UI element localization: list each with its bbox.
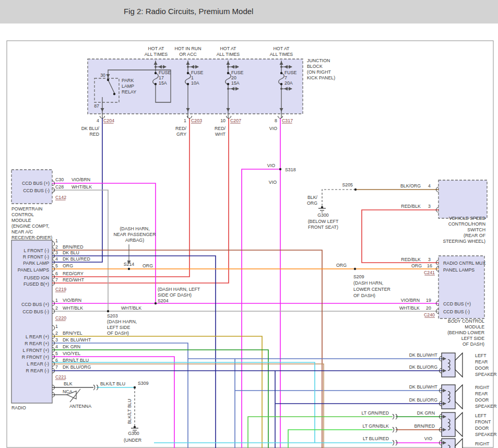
connector-lf-plus-icon: [393, 414, 394, 419]
label: BRN/YEL: [63, 331, 82, 336]
label: 17: [159, 75, 164, 80]
label: FRONT SEAT): [308, 225, 338, 230]
label: RED/BLK: [401, 257, 421, 262]
label: BLK/LT BLU: [127, 399, 132, 424]
label: WHT/BLK: [121, 305, 141, 311]
right-rear-door-speaker-cone-icon: [455, 385, 463, 409]
label: S204: [158, 298, 169, 303]
label: (REAR OF: [464, 233, 486, 238]
label: RADIO CNTRL MUX: [443, 261, 485, 266]
label: DK BLU/WHT: [409, 352, 438, 358]
label: (ON RIGHT: [307, 69, 331, 75]
label: C241: [424, 270, 435, 275]
wire-red-blk: [362, 210, 438, 263]
label: C204: [103, 118, 114, 123]
label: FUSE: [231, 70, 244, 75]
label: RED/: [215, 126, 226, 131]
wire-wht-blk-pcm: [52, 190, 108, 311]
label: BLOCK: [307, 64, 323, 69]
label: 1: [184, 118, 186, 123]
label: DK BLU/ORG: [63, 364, 91, 370]
left-rear-door-speaker-cone-icon: [455, 353, 463, 377]
label: (DASH HARN,: [120, 226, 149, 231]
label: BLK: [64, 381, 73, 386]
left-front-door-speaker-cone-icon: [455, 412, 463, 437]
label: LT GRN/RED: [362, 410, 389, 416]
label: NEAR PASSENGER: [114, 232, 156, 237]
label: S318: [285, 167, 296, 172]
label: 2: [55, 244, 58, 250]
label: 3: [55, 250, 58, 255]
label: 1: [55, 324, 58, 329]
splice-dot: [107, 79, 109, 81]
label: WHT/BLK: [399, 305, 420, 311]
label: 15A: [231, 80, 240, 86]
label: HOT AT: [220, 46, 237, 51]
label: 7: [284, 75, 287, 80]
splice-dot: [280, 83, 282, 85]
label: DK BLU/RED: [63, 256, 90, 262]
wire-brn-yel: [52, 336, 262, 448]
label: HOT AT: [148, 46, 165, 51]
label: SWITCH: [467, 227, 485, 232]
label: CCD BUS (+): [443, 301, 471, 306]
label: BRN/LT BLU: [63, 358, 89, 363]
label: L FRONT (+): [22, 348, 49, 353]
label: C219: [55, 287, 66, 292]
label: VIO: [424, 436, 432, 441]
label: (BEHIND LOWER: [447, 330, 484, 335]
label: R REAR (+): [25, 341, 49, 346]
label: L FRONT (-): [24, 248, 49, 253]
label: C207: [230, 118, 241, 123]
label: 16: [427, 263, 432, 268]
label: RIGHT: [475, 385, 490, 390]
label: 8: [275, 118, 277, 123]
label: ORG: [411, 263, 422, 268]
label: 10: [220, 118, 226, 123]
powertrain-control-module: [11, 170, 52, 204]
label: DK BLU: [63, 250, 79, 255]
label: 2: [55, 305, 58, 311]
label: 4: [55, 256, 58, 262]
label: GRY: [176, 132, 186, 137]
label: 2: [55, 331, 58, 336]
label: 7: [55, 364, 58, 370]
label: DK BLU/ORG: [409, 364, 437, 370]
label: FUSED B(+): [23, 281, 49, 287]
label: 3: [428, 204, 431, 209]
label: L REAR (+): [26, 334, 49, 339]
wire-vio-brn-pcm: [52, 183, 156, 303]
label: (DASH HARN,: [107, 319, 137, 324]
label: 1: [55, 238, 58, 243]
label: RED/WHT: [63, 277, 85, 282]
label: C142: [55, 195, 66, 200]
label: LEFT: [475, 353, 487, 358]
label: 5: [55, 351, 58, 356]
label: 5: [55, 263, 58, 268]
pin-connector-icon: [52, 326, 55, 331]
label: C221: [55, 374, 66, 380]
label: C317: [282, 118, 293, 123]
label: (DASH HARN, LEFT: [158, 287, 200, 292]
label: ORG: [307, 201, 317, 206]
label: FUSE: [284, 70, 297, 75]
label: VIO: [269, 126, 277, 131]
label: OF DASH): [463, 341, 484, 347]
label: AIRBAG): [125, 238, 144, 243]
left-rear-door-speaker: [442, 353, 455, 377]
label: DOOR: [475, 426, 489, 431]
label: CCD BUS (+): [21, 302, 49, 307]
label: (UNDER: [124, 438, 141, 443]
label: LEFT SIDE: [461, 336, 484, 341]
label: SPEAKER: [475, 404, 497, 409]
label: (DASH HARN,: [353, 280, 383, 286]
label: VIO: [269, 180, 277, 185]
label: 1: [55, 298, 58, 303]
label: ALL TIMES: [145, 52, 168, 57]
label: PARK LAMP: [23, 261, 49, 266]
vehicle-speed-control-horn-switch: [438, 180, 487, 218]
splice-dot: [134, 386, 136, 388]
label: 20: [426, 305, 431, 311]
wire-lt-grn-red: [248, 417, 393, 448]
connector-rf-icon: [393, 440, 394, 445]
